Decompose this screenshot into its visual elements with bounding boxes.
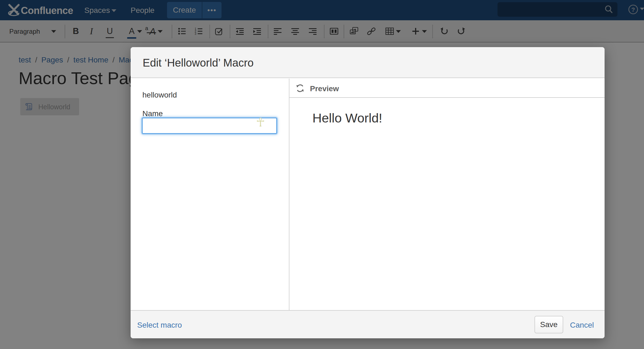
cancel-link[interactable]: Cancel [570,311,594,339]
preview-header: Preview [289,79,605,98]
macro-edit-dialog: Edit ‘Helloworld’ Macro helloworld Name … [131,47,605,338]
name-field-label: Name [142,109,163,118]
dialog-header: Edit ‘Helloworld’ Macro [131,47,605,78]
dialog-title: Edit ‘Helloworld’ Macro [143,47,254,78]
preview-title: Preview [310,79,339,98]
preview-output: Hello World! [312,110,382,125]
dialog-footer: Select macro Save Cancel [131,310,605,338]
refresh-icon[interactable] [295,83,305,93]
save-button[interactable]: Save [534,316,563,333]
macro-name-text: helloworld [142,91,177,99]
ankh-icon: ☥ [256,116,265,128]
select-macro-link[interactable]: Select macro [137,311,182,339]
macro-preview-pane: Preview Hello World! [289,79,605,329]
dialog-body: helloworld Name ☥ Preview Hello World! [131,79,605,329]
macro-parameters-pane: helloworld Name ☥ [131,79,289,329]
